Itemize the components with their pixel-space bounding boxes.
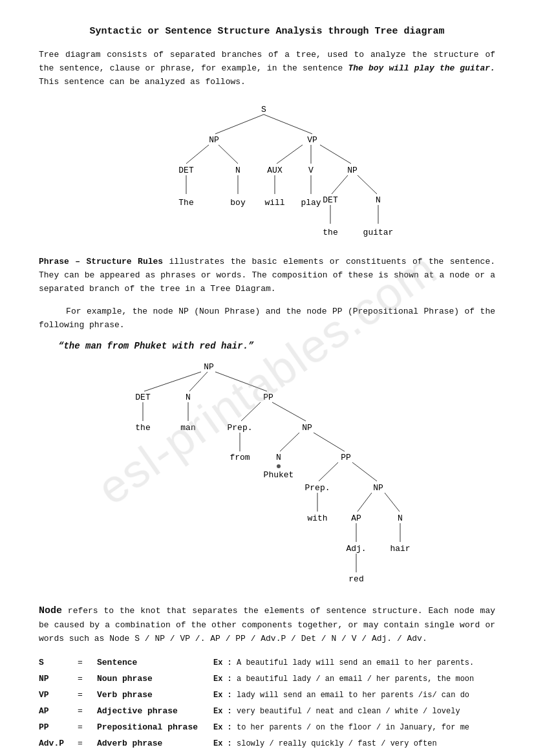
- svg-text:guitar: guitar: [363, 228, 394, 237]
- svg-text:hair: hair: [390, 544, 410, 554]
- svg-text:NP: NP: [347, 166, 358, 175]
- svg-line-7: [277, 145, 303, 164]
- ex-label: Ex :: [213, 691, 232, 700]
- name-cell: Adverb phrase: [97, 739, 213, 748]
- page-title: Syntactic or Sentence Structure Analysis…: [39, 26, 495, 37]
- table-row: NP = Noun phrase Ex : a beautiful lady /…: [39, 673, 495, 685]
- abbreviations-table: S = Sentence Ex : A beautiful lady will …: [39, 656, 495, 750]
- intro-italic: The boy will play the guitar.: [348, 63, 495, 73]
- svg-text:from: from: [230, 453, 250, 462]
- svg-line-60: [358, 493, 372, 512]
- table-row: S = Sentence Ex : A beautiful lady will …: [39, 656, 495, 669]
- ex-label: Ex :: [213, 739, 232, 748]
- svg-text:Prep.: Prep.: [227, 423, 252, 433]
- svg-line-48: [280, 433, 299, 451]
- ex-label: Ex :: [213, 658, 232, 667]
- table-row: Adv.P = Adverb phrase Ex : slowly / real…: [39, 737, 495, 750]
- svg-text:N: N: [276, 453, 281, 462]
- ex-cell: Ex : lady will send an email to her pare…: [213, 691, 495, 700]
- svg-line-34: [215, 372, 267, 391]
- svg-text:NP: NP: [204, 362, 214, 372]
- svg-line-61: [385, 493, 400, 512]
- svg-line-42: [241, 402, 261, 421]
- svg-text:man: man: [180, 423, 195, 433]
- node-paragraph: Node refers to the knot that separates t…: [39, 603, 495, 646]
- svg-text:VP: VP: [307, 135, 317, 145]
- svg-text:play: play: [301, 198, 321, 208]
- ex-cell: Ex : to her parents / on the floor / in …: [213, 723, 495, 732]
- svg-line-49: [314, 433, 345, 451]
- svg-text:AP: AP: [351, 513, 361, 523]
- svg-text:the: the: [135, 423, 150, 433]
- abbr-cell: PP: [39, 722, 78, 732]
- svg-text:NP: NP: [209, 135, 219, 145]
- svg-text:AUX: AUX: [267, 166, 283, 175]
- abbr-cell: AP: [39, 706, 78, 716]
- svg-text:NP: NP: [373, 483, 383, 493]
- name-cell: Verb phrase: [97, 690, 213, 700]
- svg-text:N: N: [376, 195, 381, 205]
- svg-line-55: [352, 462, 377, 481]
- intro-paragraph: Tree diagram consists of separated branc…: [39, 49, 495, 89]
- ex-label: Ex :: [213, 707, 232, 716]
- svg-line-4: [186, 145, 209, 164]
- eq-cell: =: [78, 690, 97, 700]
- svg-text:DET: DET: [178, 166, 194, 175]
- abbr-cell: NP: [39, 674, 78, 684]
- svg-line-16: [358, 175, 377, 194]
- svg-line-15: [332, 175, 348, 194]
- svg-point-51: [277, 464, 281, 468]
- svg-text:NP: NP: [302, 423, 312, 433]
- name-cell: Sentence: [97, 658, 213, 667]
- svg-line-43: [272, 402, 306, 421]
- name-cell: Adjective phrase: [97, 706, 213, 716]
- svg-text:DET: DET: [323, 195, 338, 205]
- abbr-cell: S: [39, 658, 78, 667]
- svg-text:with: with: [307, 513, 327, 523]
- name-cell: Prepositional phrase: [97, 722, 213, 732]
- svg-text:the: the: [323, 228, 337, 237]
- svg-text:Prep.: Prep.: [304, 483, 330, 493]
- ex-cell: Ex : a beautiful lady / an email / her p…: [213, 675, 495, 684]
- svg-line-9: [320, 145, 351, 164]
- ex-label: Ex :: [213, 675, 232, 684]
- svg-text:PP: PP: [263, 393, 273, 402]
- node-heading: Node: [39, 605, 62, 616]
- svg-text:Phuket: Phuket: [264, 470, 294, 480]
- svg-text:N: N: [186, 393, 191, 402]
- ex-label: Ex :: [213, 723, 232, 732]
- phrase-rules-example-intro: For example, the node NP (Noun Phrase) a…: [39, 305, 495, 332]
- svg-line-1: [215, 114, 264, 134]
- svg-text:PP: PP: [341, 453, 351, 462]
- example-phrase: “the man from Phuket with red hair.”: [58, 341, 495, 351]
- svg-text:red: red: [348, 574, 363, 584]
- ex-cell: Ex : slowly / really quickly / fast / ve…: [213, 739, 495, 748]
- svg-text:V: V: [308, 166, 314, 175]
- eq-cell: =: [78, 706, 97, 716]
- node-body: refers to the knot that separates the el…: [39, 606, 495, 643]
- svg-line-2: [264, 114, 312, 134]
- name-cell: Noun phrase: [97, 674, 213, 684]
- table-row: PP = Prepositional phrase Ex : to her pa…: [39, 721, 495, 733]
- table-row: VP = Verb phrase Ex : lady will send an …: [39, 689, 495, 701]
- svg-line-5: [219, 145, 238, 164]
- eq-cell: =: [78, 739, 97, 748]
- tree-diagram-2: NP DET N PP the man Prep. from NP: [39, 358, 495, 590]
- table-row: AP = Adjective phrase Ex : very beautifu…: [39, 705, 495, 717]
- svg-text:N: N: [398, 513, 403, 523]
- svg-text:N: N: [235, 166, 240, 175]
- tree-diagram-1: S NP VP DET N AUX V NP DET N: [39, 100, 495, 243]
- intro-end: This sentence can be analyzed as follows…: [39, 77, 246, 87]
- svg-text:boy: boy: [230, 198, 246, 208]
- svg-text:Adj.: Adj.: [346, 544, 366, 554]
- ex-cell: Ex : very beautiful / neat and clean / w…: [213, 707, 495, 716]
- abbr-cell: VP: [39, 690, 78, 700]
- abbr-cell: Adv.P: [39, 739, 78, 748]
- ex-cell: Ex : A beautiful lady will send an email…: [213, 658, 495, 667]
- svg-text:will: will: [264, 198, 284, 208]
- eq-cell: =: [78, 674, 97, 684]
- phrase-rules-paragraph: Phrase – Structure Rules illustrates the…: [39, 255, 495, 296]
- phrase-rules-heading: Phrase – Structure Rules: [39, 257, 163, 266]
- svg-text:S: S: [261, 105, 266, 114]
- svg-line-54: [319, 462, 338, 481]
